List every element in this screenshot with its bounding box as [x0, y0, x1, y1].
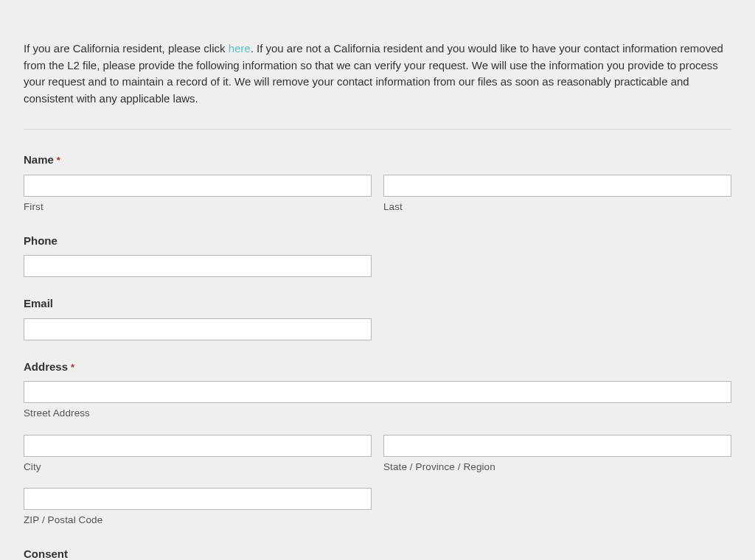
city-sublabel: City [24, 460, 372, 475]
street-address-sublabel: Street Address [24, 406, 731, 421]
last-name-sublabel: Last [383, 200, 731, 214]
email-input[interactable] [24, 318, 372, 340]
phone-input[interactable] [24, 255, 372, 277]
address-label: Address* [24, 359, 731, 376]
street-address-input[interactable] [24, 381, 731, 403]
region-sublabel: State / Province / Region [383, 460, 731, 475]
intro-before-link: If you are California resident, please c… [24, 42, 229, 55]
consent-label: Consent [24, 546, 731, 560]
email-label: Email [24, 295, 731, 312]
phone-label: Phone [24, 233, 731, 250]
name-label-text: Name [24, 153, 54, 166]
zip-sublabel: ZIP / Postal Code [24, 513, 372, 528]
required-star: * [71, 362, 74, 373]
first-name-input[interactable] [24, 175, 372, 197]
divider [24, 129, 731, 130]
phone-row: Phone [24, 233, 731, 278]
last-name-input[interactable] [383, 175, 731, 197]
email-row: Email [24, 295, 731, 340]
required-star: * [57, 155, 60, 166]
address-row: Address* Street Address City State / Pro… [24, 359, 731, 528]
region-input[interactable] [383, 435, 731, 457]
city-input[interactable] [24, 435, 372, 457]
zip-input[interactable] [24, 488, 372, 510]
intro-paragraph: If you are California resident, please c… [24, 41, 731, 107]
name-label: Name* [24, 152, 731, 169]
california-link[interactable]: here [229, 42, 251, 55]
address-label-text: Address [24, 360, 68, 373]
name-row: Name* First Last [24, 152, 731, 214]
first-name-sublabel: First [24, 200, 372, 214]
consent-row: Consent By filling out this form & click… [24, 546, 731, 560]
